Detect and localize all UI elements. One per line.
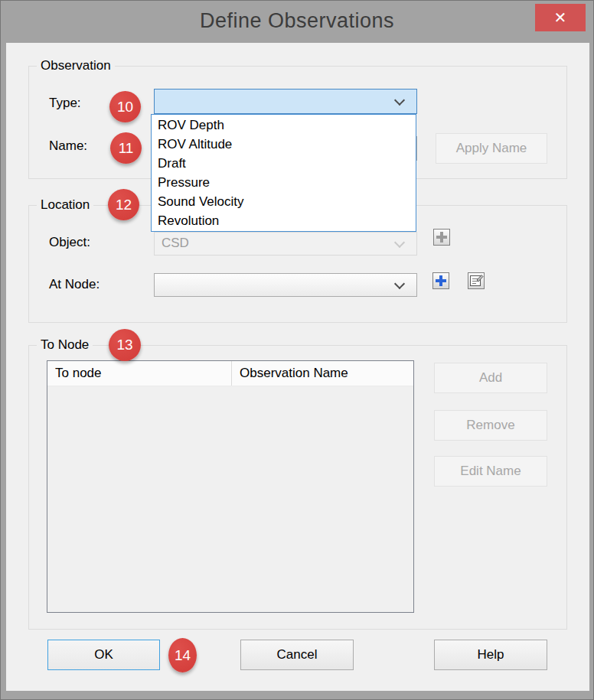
object-label: Object: — [49, 235, 90, 250]
close-icon: ✕ — [554, 9, 567, 26]
help-button[interactable]: Help — [434, 640, 547, 670]
object-combobox[interactable]: CSD — [154, 232, 417, 256]
callout-14-number: 14 — [175, 647, 191, 664]
callout-10-number: 10 — [117, 99, 133, 116]
callout-12-number: 12 — [116, 197, 132, 213]
add-node-button[interactable] — [432, 272, 449, 289]
callout-badge-13: 13 — [109, 329, 141, 361]
callout-badge-12: 12 — [108, 189, 139, 220]
at-node-label: At Node: — [49, 277, 100, 292]
dropdown-option-rov-altitude[interactable]: ROV Altitude — [152, 135, 416, 154]
location-group-label: Location — [37, 197, 93, 213]
ok-button[interactable]: OK — [47, 640, 160, 670]
dropdown-option-draft[interactable]: Draft — [152, 154, 416, 173]
to-node-table-header: To node Observation Name — [47, 361, 413, 386]
add-node-icon — [433, 273, 449, 288]
callout-badge-14: 14 — [168, 638, 197, 672]
dropdown-option-sound-velocity[interactable]: Sound Velocity — [152, 192, 416, 211]
object-combobox-value: CSD — [162, 236, 189, 251]
add-object-button[interactable] — [433, 229, 450, 246]
add-object-icon — [434, 230, 449, 245]
name-label: Name: — [49, 138, 87, 154]
dropdown-option-revolution[interactable]: Revolution — [152, 211, 416, 230]
column-header-to-node[interactable]: To node — [47, 361, 232, 386]
at-node-combobox[interactable] — [154, 273, 417, 297]
column-header-observation-name[interactable]: Observation Name — [232, 361, 413, 386]
chevron-down-icon — [394, 95, 405, 106]
type-combobox[interactable] — [154, 89, 417, 114]
type-dropdown-list: ROV Depth ROV Altitude Draft Pressure So… — [151, 114, 416, 232]
cancel-button-label: Cancel — [277, 647, 318, 663]
callout-badge-10: 10 — [109, 91, 141, 122]
callout-11-number: 11 — [119, 140, 134, 157]
ok-button-label: OK — [94, 647, 113, 663]
type-label: Type: — [49, 96, 81, 111]
dropdown-option-rov-depth[interactable]: ROV Depth — [152, 116, 416, 135]
add-button-label: Add — [479, 370, 502, 386]
remove-button-label: Remove — [466, 418, 514, 433]
callout-badge-11: 11 — [110, 132, 142, 164]
chevron-down-icon — [394, 237, 405, 248]
chevron-down-icon — [394, 278, 405, 289]
to-node-table[interactable]: To node Observation Name — [47, 360, 414, 613]
edit-name-button[interactable]: Edit Name — [434, 456, 547, 487]
observation-group-label: Observation — [37, 58, 115, 73]
add-button[interactable]: Add — [434, 363, 547, 393]
dialog-body: Observation Type: 10 Name: 11 Apply Name… — [6, 43, 589, 691]
dropdown-option-pressure[interactable]: Pressure — [152, 173, 416, 192]
edit-name-button-label: Edit Name — [460, 464, 521, 479]
remove-button[interactable]: Remove — [434, 410, 547, 441]
node-properties-button[interactable] — [468, 272, 485, 289]
define-observations-dialog: Define Observations ✕ Observation Type: … — [0, 0, 594, 700]
apply-name-button[interactable]: Apply Name — [436, 133, 547, 164]
node-properties-icon — [468, 273, 484, 288]
cancel-button[interactable]: Cancel — [240, 640, 354, 670]
close-button[interactable]: ✕ — [535, 4, 586, 31]
callout-13-number: 13 — [116, 337, 132, 353]
to-node-group-label: To Node — [37, 337, 93, 353]
apply-name-button-label: Apply Name — [456, 141, 527, 156]
help-button-label: Help — [478, 647, 504, 663]
dialog-title: Define Observations — [1, 9, 593, 33]
